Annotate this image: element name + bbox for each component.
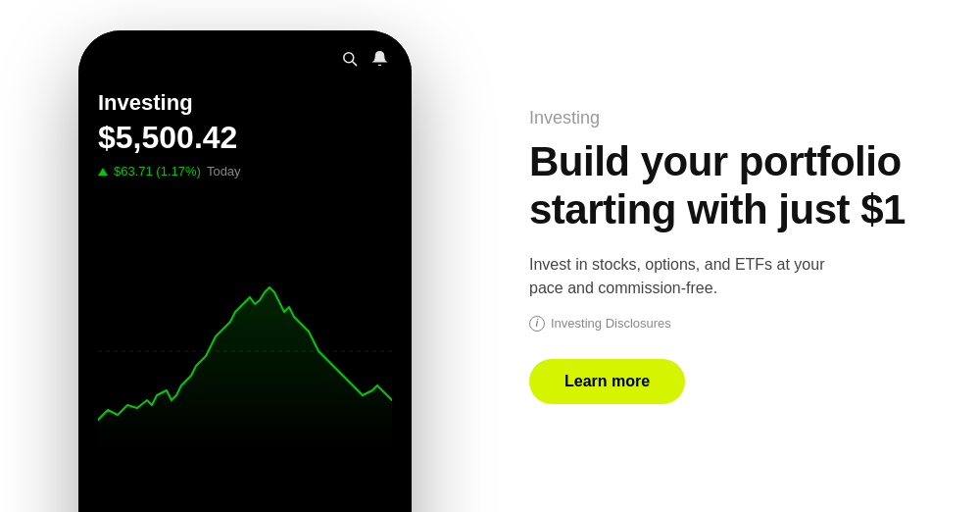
headline-line1: Build your portfolio xyxy=(529,138,902,184)
svg-marker-3 xyxy=(98,287,392,449)
headline-line2: starting with just $1 xyxy=(529,186,906,232)
section-label: Investing xyxy=(529,108,921,128)
svg-line-1 xyxy=(353,62,357,66)
phone-change-row: $63.71 (1.17%) Today xyxy=(98,164,392,179)
phone-change-period: Today xyxy=(207,164,241,179)
learn-more-button[interactable]: Learn more xyxy=(529,359,685,404)
search-icon xyxy=(341,50,358,71)
phone-screen: Investing $5,500.42 $63.71 (1.17%) Today xyxy=(78,30,412,512)
main-headline: Build your portfolio starting with just … xyxy=(529,138,921,233)
right-panel: Investing Build your portfolio starting … xyxy=(490,69,980,443)
disclosures-label: Investing Disclosures xyxy=(551,316,671,331)
phone-mockup: Investing $5,500.42 $63.71 (1.17%) Today xyxy=(78,30,412,512)
phone-frame: Investing $5,500.42 $63.71 (1.17%) Today xyxy=(78,30,412,512)
disclosures-row: i Investing Disclosures xyxy=(529,316,921,332)
description-text: Invest in stocks, options, and ETFs at y… xyxy=(529,253,862,300)
left-panel: Investing $5,500.42 $63.71 (1.17%) Today xyxy=(0,0,490,512)
phone-amount: $5,500.42 xyxy=(98,120,392,156)
phone-change-value: $63.71 (1.17%) xyxy=(114,164,201,179)
phone-investing-title: Investing xyxy=(98,90,392,116)
phone-top-bar xyxy=(98,50,392,71)
trend-up-icon xyxy=(98,168,108,176)
info-icon: i xyxy=(529,316,545,332)
stock-chart xyxy=(98,194,392,449)
bell-icon xyxy=(371,50,388,71)
